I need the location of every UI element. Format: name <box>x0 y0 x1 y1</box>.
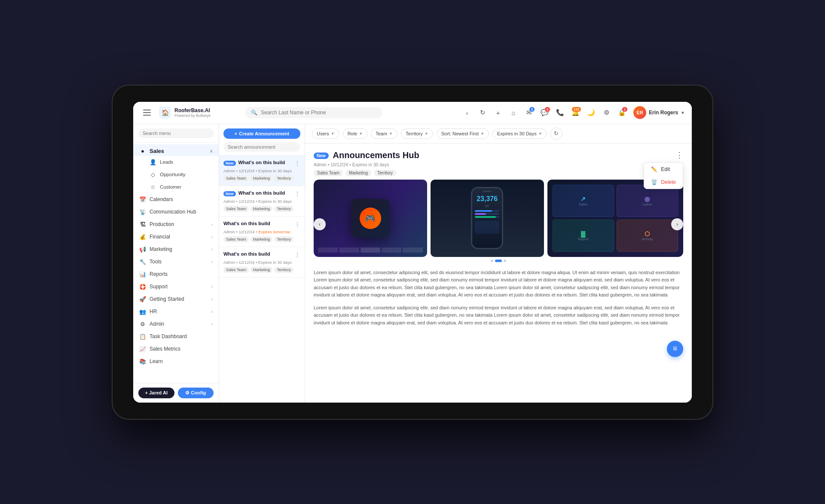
announcement-card[interactable]: What's on this build ⋮ Admin • 12/12/24 … <box>219 247 305 278</box>
sales-metrics-label: Sales Metrics <box>150 346 180 352</box>
leads-icon: 👤 <box>150 159 156 165</box>
settings-button[interactable]: ⚙ <box>600 106 613 119</box>
carousel-prev-button[interactable]: ‹ <box>314 218 326 230</box>
expires-filter[interactable]: Expires in 30 Days ▼ <box>492 128 547 139</box>
announcement-card[interactable]: New What's on this build ⋮ Admin • 12/12… <box>219 186 305 217</box>
carousel-image-1: 🎮 <box>314 180 427 257</box>
territory-filter[interactable]: Territory ▼ <box>401 128 433 139</box>
hamburger-button[interactable] <box>140 106 154 119</box>
create-announcement-button[interactable]: + Create Announcement <box>223 128 300 139</box>
tag: Territory <box>274 206 293 212</box>
sidebar-item-admin[interactable]: ⚙ Admin › <box>133 318 219 330</box>
sidebar-item-task-dashboard[interactable]: 📋 Task Dashboard <box>133 330 219 343</box>
create-plus-icon: + <box>235 131 237 136</box>
sidebar-item-opportunity[interactable]: ◇ Opportunity <box>150 168 219 181</box>
team-filter-label: Team <box>376 131 387 136</box>
carousel-dot[interactable] <box>491 260 493 262</box>
learn-icon: 📚 <box>139 358 146 365</box>
back-button[interactable]: ‹ <box>461 106 474 119</box>
sidebar-item-production[interactable]: 🏗 Production › <box>133 218 219 231</box>
marketing-chevron: › <box>211 247 213 252</box>
lock-button[interactable]: 🔒 1 <box>615 106 628 119</box>
sidebar-item-getting-started[interactable]: 🚀 Getting Started › <box>133 293 219 305</box>
sidebar-item-learn[interactable]: 📚 Learn <box>133 355 219 368</box>
sidebar-item-sales[interactable]: ● Sales ∧ <box>133 144 219 156</box>
sort-filter-label: Sort: Newest First <box>441 131 479 136</box>
main-content: Users ▼ Role ▼ Team ▼ Territory ▼ <box>305 124 692 403</box>
add-button[interactable]: + <box>492 106 504 119</box>
announcement-dots-menu[interactable]: ⋮ <box>294 221 300 228</box>
delete-menu-item[interactable]: 🗑️ Delete <box>644 176 683 189</box>
support-chevron: › <box>211 284 213 289</box>
phone-button[interactable]: 📞 <box>553 106 566 119</box>
admin-icon: ⚙ <box>139 321 146 327</box>
announcement-meta: Admin • 12/12/24 • Expires in 30 days <box>223 199 300 204</box>
tag: Sales Team <box>223 206 249 212</box>
delete-icon: 🗑️ <box>651 179 657 185</box>
edit-icon: ✏️ <box>651 166 657 172</box>
sidebar-item-customer[interactable]: ☆ Customer <box>150 181 219 193</box>
sidebar-search-input[interactable] <box>138 128 214 138</box>
tag: Marketing <box>251 175 273 181</box>
config-button[interactable]: ⚙ Config <box>178 388 214 398</box>
filter-refresh-button[interactable]: ↻ <box>550 128 562 140</box>
sales-chevron: ∧ <box>210 149 213 153</box>
calendars-icon: 📅 <box>139 196 146 203</box>
sidebar-item-leads[interactable]: 👤 Leads <box>150 156 219 168</box>
carousel-next-button[interactable]: › <box>671 218 683 230</box>
role-filter-label: Role <box>348 131 358 136</box>
article-paragraph: Lorem ipsum dolor sit amet, consetetur s… <box>314 304 683 327</box>
announcement-search-input[interactable] <box>223 142 300 152</box>
getting-started-icon: 🚀 <box>139 296 146 302</box>
carousel-dot[interactable] <box>504 260 506 262</box>
article-tag: Marketing <box>345 170 371 176</box>
team-filter[interactable]: Team ▼ <box>371 128 397 139</box>
search-input[interactable] <box>261 110 376 116</box>
article-dots-menu[interactable]: ⋮ <box>675 150 683 160</box>
sort-filter[interactable]: Sort: Newest First ▼ <box>437 128 489 139</box>
announcement-card[interactable]: What's on this build ⋮ Admin • 12/12/24 … <box>219 217 305 247</box>
announcement-dots-menu[interactable]: ⋮ <box>294 251 300 258</box>
announcement-dots-menu[interactable]: ⋮ <box>294 190 300 197</box>
task-dashboard-icon: 📋 <box>139 333 146 340</box>
expires-filter-label: Expires in 30 Days <box>497 131 537 136</box>
sidebar-item-calendars[interactable]: 📅 Calendars <box>133 193 219 206</box>
notification-button[interactable]: 🔔 123 <box>569 106 582 119</box>
announcement-tags: Sales Team Marketing Territory <box>223 236 300 242</box>
delete-label: Delete <box>661 179 676 185</box>
announcement-dots-menu[interactable]: ⋮ <box>294 160 300 167</box>
sidebar-item-communication[interactable]: 📡 Communication Hub <box>133 206 219 218</box>
search-bar[interactable]: 🔍 <box>245 107 382 118</box>
refresh-button[interactable]: ↻ <box>476 106 489 119</box>
fab-button[interactable]: ≡ <box>667 341 683 357</box>
announcement-title: What's on this build <box>223 251 292 257</box>
home-button[interactable]: ⌂ <box>507 106 520 119</box>
opportunity-label: Opportunity <box>160 172 185 177</box>
jared-ai-button[interactable]: + Jared AI <box>138 388 174 398</box>
user-menu-chevron[interactable]: ▼ <box>681 110 685 115</box>
announcement-tags: Sales Team Marketing Territory <box>223 206 300 212</box>
tag: Sales Team <box>223 267 249 273</box>
nav-actions: ‹ ↻ + ⌂ ✉ 2 💬 2 📞 🔔 123 🌙 ⚙ <box>461 106 685 119</box>
edit-menu-item[interactable]: ✏️ Edit <box>644 163 683 176</box>
sidebar-item-support[interactable]: 🛟 Support › <box>133 281 219 293</box>
sidebar-item-sales-metrics[interactable]: 📈 Sales Metrics <box>133 343 219 355</box>
article-paragraph: Lorem ipsum dolor sit amet, consectetur … <box>314 269 683 299</box>
dark-mode-button[interactable]: 🌙 <box>584 106 597 119</box>
carousel-dot-active[interactable] <box>495 260 502 262</box>
sidebar-item-hr[interactable]: 👥 HR › <box>133 305 219 318</box>
avatar[interactable]: ER <box>633 106 646 119</box>
role-filter[interactable]: Role ▼ <box>343 128 368 139</box>
screen: 🏠 RooferBase.AI Powered by Bullseye 🔍 ‹ … <box>133 102 692 403</box>
sidebar-item-tools[interactable]: 🔧 Tools › <box>133 256 219 268</box>
sidebar-item-marketing[interactable]: 📢 Marketing › <box>133 243 219 256</box>
users-filter[interactable]: Users ▼ <box>312 128 339 139</box>
email-button[interactable]: ✉ 2 <box>522 106 535 119</box>
email-badge: 2 <box>529 107 535 112</box>
chat-button[interactable]: 💬 2 <box>538 106 551 119</box>
sidebar-item-financial[interactable]: 💰 Financial › <box>133 231 219 243</box>
logo-icon: 🏠 <box>159 107 171 119</box>
users-filter-label: Users <box>317 131 329 136</box>
announcement-card[interactable]: New What's on this build ⋮ Admin • 12/12… <box>219 156 305 186</box>
sidebar-item-reports[interactable]: 📊 Reports <box>133 268 219 281</box>
